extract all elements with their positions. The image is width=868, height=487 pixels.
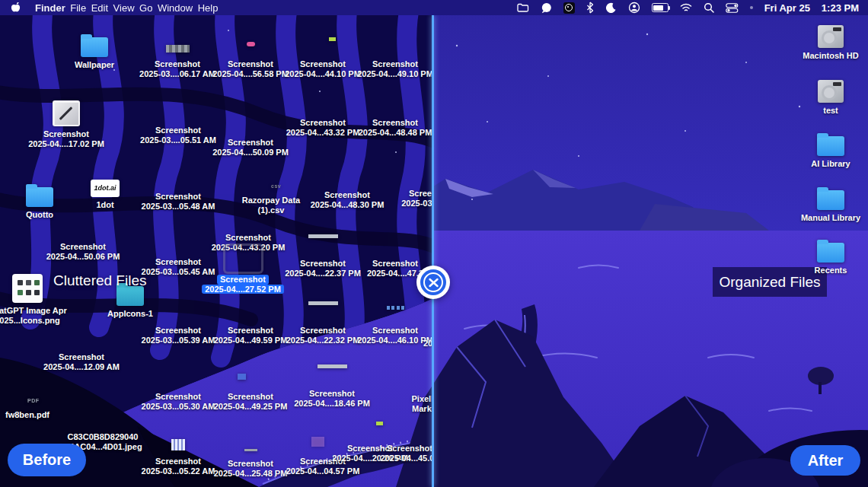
desktop-icon-manual-library[interactable]: Manual Library: [789, 172, 868, 223]
menu-item-view[interactable]: View: [113, 2, 135, 14]
wifi-icon[interactable]: [680, 0, 692, 15]
desktop-icon-macintosh-hd[interactable]: Macintosh HD: [789, 10, 868, 61]
folder-blue-icon: [817, 243, 844, 263]
status-dot-icon: [750, 6, 753, 9]
chat-menu-icon[interactable]: [541, 0, 552, 15]
menubar-time[interactable]: 1:23 PM: [822, 2, 859, 14]
battery-icon[interactable]: [652, 3, 669, 12]
before-button[interactable]: Before: [8, 444, 86, 476]
desktop-icon-test[interactable]: test: [789, 65, 868, 116]
icon-label: Macintosh HD: [789, 51, 868, 61]
icon-label: test: [789, 106, 868, 116]
control-center-icon[interactable]: [726, 0, 739, 15]
menu-bar: Finder File Edit View Go Window Help: [0, 0, 868, 15]
user-menu-icon[interactable]: [628, 0, 640, 15]
after-button[interactable]: After: [790, 445, 860, 476]
apple-menu-icon[interactable]: [11, 0, 21, 15]
desktop: WallpaperScreenshot2025-03....06.17 AMSc…: [0, 0, 868, 487]
menu-item-window[interactable]: Window: [158, 2, 193, 14]
menu-item-help[interactable]: Help: [198, 2, 219, 14]
after-desktop-area: Macintosh HDtestAI LibraryManual Library…: [0, 0, 868, 487]
focus-moon-icon[interactable]: [605, 0, 617, 15]
menu-items: Finder File Edit View Go Window Help: [35, 2, 218, 14]
menu-item-edit[interactable]: Edit: [91, 2, 108, 14]
compare-slider-handle[interactable]: [416, 266, 450, 299]
desktop-icon-ai-library[interactable]: AI Library: [789, 118, 868, 169]
bluetooth-icon[interactable]: [586, 0, 594, 15]
menubar-date[interactable]: Fri Apr 25: [764, 2, 810, 14]
spotlight-search-icon[interactable]: [704, 0, 714, 15]
hdd-icon: [818, 80, 844, 103]
compare-arrows-icon: [420, 269, 446, 295]
menu-item-go[interactable]: Go: [139, 2, 152, 14]
icon-label: AI Library: [789, 159, 868, 169]
desktop-icon-recents[interactable]: Recents: [789, 224, 868, 275]
menu-item-finder[interactable]: Finder: [35, 2, 65, 14]
files-menu-icon[interactable]: [517, 0, 529, 15]
compare-divider-line[interactable]: [432, 15, 434, 487]
folder-blue-icon: [817, 190, 844, 210]
icon-label: Recents: [789, 266, 868, 275]
folder-blue-icon: [817, 136, 844, 156]
active-app-menu-icon[interactable]: [563, 2, 575, 14]
menu-item-file[interactable]: File: [70, 2, 86, 14]
icon-label: Manual Library: [789, 213, 868, 223]
hdd-icon: [818, 25, 844, 48]
